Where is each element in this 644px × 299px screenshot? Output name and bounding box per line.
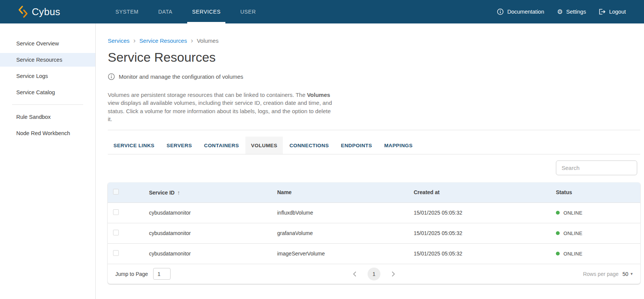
documentation-label: Documentation: [507, 9, 544, 15]
status-label: ONLINE: [563, 210, 582, 216]
column-label: Service ID: [149, 190, 175, 196]
sidebar-item-label: Service Catalog: [16, 89, 55, 95]
status-online-dot: [556, 211, 560, 215]
description-text: view displays all available volumes, inc…: [108, 100, 332, 122]
brand[interactable]: Cybus: [18, 6, 60, 18]
column-label: Status: [556, 189, 572, 195]
resource-tabs: SERVICE LINKS SERVERS CONTAINERS VOLUMES…: [108, 130, 640, 154]
sidebar-item-rule-sandbox[interactable]: Rule Sandbox: [0, 110, 95, 124]
tab-volumes[interactable]: VOLUMES: [245, 137, 283, 154]
documentation-button[interactable]: Documentation: [497, 8, 544, 15]
tab-label: VOLUMES: [251, 143, 278, 148]
search-box[interactable]: [556, 160, 637, 175]
sidebar-item-node-red-workbench[interactable]: Node Red Workbench: [0, 126, 95, 140]
breadcrumb-service-resources[interactable]: Service Resources: [140, 37, 187, 44]
tab-label: CONNECTIONS: [289, 143, 329, 148]
tab-label: CONTAINERS: [204, 143, 239, 148]
cell-name: imageServerVolume: [277, 243, 414, 264]
nav-item-user[interactable]: USER: [230, 0, 265, 23]
settings-button[interactable]: ⚙ Settings: [557, 9, 586, 15]
column-label: Created at: [414, 189, 439, 195]
rows-per-page-select[interactable]: 50 ▾: [622, 271, 633, 277]
main-content: Services › Service Resources › Volumes S…: [96, 23, 644, 299]
row-checkbox[interactable]: [113, 230, 119, 235]
row-checkbox[interactable]: [113, 209, 119, 215]
breadcrumb: Services › Service Resources › Volumes: [108, 37, 640, 44]
volumes-table: Service ID↑ Name Created at Status cybus…: [108, 182, 640, 264]
tab-containers[interactable]: CONTAINERS: [199, 137, 245, 154]
table-row[interactable]: cybusdatamonitor influxdbVolume 15/01/20…: [108, 202, 640, 223]
row-checkbox[interactable]: [113, 250, 119, 256]
page-subtitle: Monitor and manage the configuration of …: [119, 73, 243, 80]
nav-item-label: SERVICES: [192, 9, 220, 15]
sidebar-item-service-logs[interactable]: Service Logs: [0, 69, 95, 83]
info-icon: [497, 8, 504, 15]
table-row[interactable]: cybusdatamonitor grafanaVolume 15/01/202…: [108, 223, 640, 243]
sidebar-item-service-catalog[interactable]: Service Catalog: [0, 86, 95, 99]
settings-label: Settings: [566, 9, 586, 15]
cell-service-id: cybusdatamonitor: [149, 243, 277, 264]
status-badge: ONLINE: [556, 244, 640, 264]
jump-to-page-label: Jump to Page: [115, 271, 148, 277]
previous-page-button[interactable]: [352, 271, 357, 277]
select-all-checkbox[interactable]: [113, 189, 119, 195]
jump-to-page-input[interactable]: [153, 268, 171, 280]
status-online-dot: [556, 252, 560, 255]
sidebar-divider: [12, 104, 83, 105]
chevron-right-icon: ›: [133, 37, 136, 44]
page-number-button[interactable]: 1: [368, 268, 380, 280]
table-row[interactable]: cybusdatamonitor imageServerVolume 15/01…: [108, 243, 640, 264]
status-badge: ONLINE: [556, 203, 640, 223]
next-page-button[interactable]: [391, 271, 396, 277]
navbar-actions: Documentation ⚙ Settings Logout: [497, 8, 626, 15]
description-text: Volumes are persistent storage resources…: [108, 92, 307, 98]
logout-label: Logout: [609, 9, 626, 15]
cell-name: grafanaVolume: [277, 223, 414, 243]
status-label: ONLINE: [563, 251, 582, 257]
page-title: Service Resources: [108, 50, 640, 65]
sidebar-item-label: Rule Sandbox: [16, 114, 51, 120]
rows-per-page-value: 50: [622, 271, 628, 277]
cybus-logo-icon: [18, 6, 28, 18]
sidebar-item-service-resources[interactable]: Service Resources: [0, 53, 95, 67]
rows-per-page: Rows per page 50 ▾: [583, 271, 633, 277]
table-header-row: Service ID↑ Name Created at Status: [108, 182, 640, 202]
chevron-right-icon: [391, 271, 396, 277]
column-header-created-at[interactable]: Created at: [414, 182, 556, 202]
column-label: Name: [277, 189, 292, 195]
cell-created-at: 15/01/2025 05:05:32: [414, 243, 556, 264]
nav-item-data[interactable]: DATA: [148, 0, 182, 23]
tab-endpoints[interactable]: ENDPOINTS: [335, 137, 378, 154]
column-header-name[interactable]: Name: [277, 182, 414, 202]
tab-service-links[interactable]: SERVICE LINKS: [108, 137, 160, 154]
jump-to-page: Jump to Page: [115, 268, 171, 280]
nav-item-services[interactable]: SERVICES: [182, 0, 230, 23]
sidebar-item-service-overview[interactable]: Service Overview: [0, 37, 95, 50]
column-header-status[interactable]: Status: [556, 182, 640, 202]
breadcrumb-services[interactable]: Services: [108, 37, 130, 44]
active-tab-indicator: [187, 22, 225, 23]
column-header-service-id[interactable]: Service ID↑: [149, 182, 277, 202]
nav-item-label: DATA: [158, 9, 172, 15]
sort-ascending-icon[interactable]: ↑: [177, 189, 180, 196]
tab-label: SERVERS: [166, 143, 192, 148]
nav-item-label: SYSTEM: [115, 9, 138, 15]
logout-button[interactable]: Logout: [599, 9, 626, 15]
cell-created-at: 15/01/2025 05:05:32: [414, 202, 556, 223]
logout-icon: [599, 9, 606, 15]
nav-item-system[interactable]: SYSTEM: [106, 0, 148, 23]
tab-label: SERVICE LINKS: [113, 143, 154, 148]
status-label: ONLINE: [563, 230, 582, 236]
top-navbar: Cybus SYSTEM DATA SERVICES USER Document…: [0, 0, 644, 23]
breadcrumb-current: Volumes: [197, 37, 219, 44]
tab-connections[interactable]: CONNECTIONS: [284, 137, 334, 154]
caret-down-icon: ▾: [630, 271, 633, 276]
tab-servers[interactable]: SERVERS: [161, 137, 197, 154]
search-input[interactable]: [562, 165, 637, 171]
cell-service-id: cybusdatamonitor: [149, 202, 277, 223]
gear-icon: ⚙: [557, 9, 563, 15]
tab-label: MAPPINGS: [384, 143, 413, 148]
tab-mappings[interactable]: MAPPINGS: [379, 137, 418, 154]
page-description: Volumes are persistent storage resources…: [108, 91, 335, 123]
tab-label: ENDPOINTS: [341, 143, 372, 148]
